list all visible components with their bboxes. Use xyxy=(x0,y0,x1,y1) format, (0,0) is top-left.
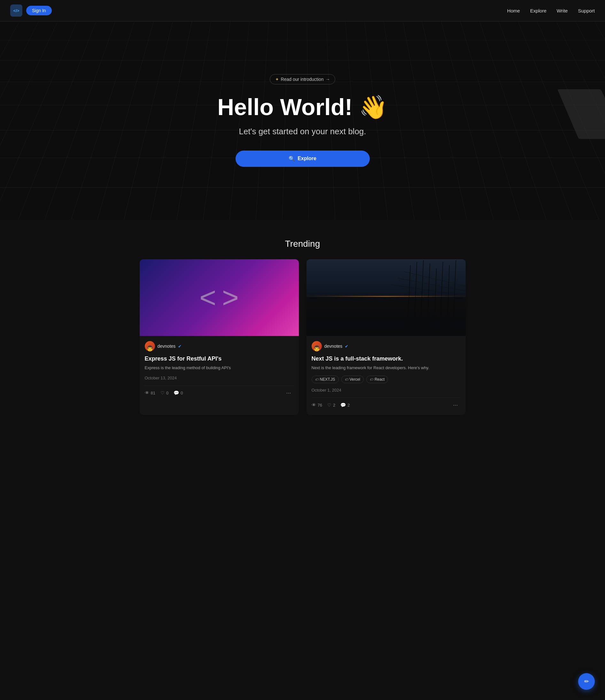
tag-vercel-label: Vercel xyxy=(350,377,360,382)
card-2-views-count: 76 xyxy=(318,403,322,407)
card-2-body: devnotes ✔ Next JS is a full-stack frame… xyxy=(306,336,465,415)
card-2-avatar xyxy=(311,341,322,351)
card-2-views: 👁 76 xyxy=(311,402,322,407)
navbar-left: </> Sign In xyxy=(10,4,52,17)
card-image-gradient: < > xyxy=(140,259,299,336)
left-bracket-icon: < xyxy=(199,283,217,312)
nav-link-support[interactable]: Support xyxy=(578,8,595,14)
card-2-comments: 💬 2 xyxy=(341,402,350,407)
card-2-description: Next is the leading framework for React … xyxy=(311,365,460,371)
likes-icon-2: ♡ xyxy=(327,402,331,407)
navbar-right: Home Explore Write Support xyxy=(507,8,595,14)
svg-rect-1 xyxy=(306,296,465,297)
card-1-title: Express JS for Restful API's xyxy=(145,355,294,362)
fab-write-icon: ✏ xyxy=(584,678,589,685)
card-2-author: devnotes ✔ xyxy=(311,341,460,351)
card-image-ocean xyxy=(306,259,465,336)
card-1-likes: ♡ 0 xyxy=(160,390,169,395)
search-icon: 🔍 xyxy=(288,156,295,162)
comments-icon-2: 💬 xyxy=(341,402,346,407)
card-2-likes-count: 2 xyxy=(333,403,335,407)
card-2-comments-count: 2 xyxy=(347,403,350,407)
nav-link-explore[interactable]: Explore xyxy=(530,8,547,14)
trending-section: Trending < > devnotes ✔ Express JS for R… xyxy=(0,220,605,428)
tag-icon-vercel: 🏷 xyxy=(345,377,348,381)
arrow-icon: → xyxy=(325,77,330,82)
code-brackets-graphic: < > xyxy=(199,283,239,312)
card-2-more-button[interactable]: ··· xyxy=(450,400,460,410)
code-icon: </> xyxy=(14,8,20,13)
card-2-footer: 👁 76 ♡ 2 💬 2 ··· xyxy=(311,398,460,410)
card-1-comments: 💬 0 xyxy=(174,390,183,395)
hero-grid-background xyxy=(0,21,605,220)
card-1-views: 👁 81 xyxy=(145,390,155,395)
tag-nextjs[interactable]: 🏷 NEXT.JS xyxy=(311,376,339,383)
hero-section: ✦ Read our introduction → Hello World! 👋… xyxy=(0,21,605,220)
likes-icon: ♡ xyxy=(160,390,165,395)
fab-write-button[interactable]: ✏ xyxy=(578,673,595,690)
card-2-tags: 🏷 NEXT.JS 🏷 Vercel 🏷 React xyxy=(311,376,460,383)
card-2-date: October 1, 2024 xyxy=(311,388,460,393)
card-2-stats: 👁 76 ♡ 2 💬 2 xyxy=(311,402,350,407)
card-1-comments-count: 0 xyxy=(181,391,183,395)
card-1-description: Express is the leading method of buildin… xyxy=(145,365,294,371)
nav-link-write[interactable]: Write xyxy=(557,8,568,14)
card-1-stats: 👁 81 ♡ 0 💬 0 xyxy=(145,390,183,395)
right-bracket-icon: > xyxy=(222,283,239,312)
card-2-author-name: devnotes xyxy=(324,344,343,349)
tag-icon-react: 🏷 xyxy=(370,377,373,381)
tag-icon-nextjs: 🏷 xyxy=(315,377,319,381)
trending-card-1[interactable]: < > devnotes ✔ Express JS for Restful AP… xyxy=(140,259,299,415)
card-2-likes: ♡ 2 xyxy=(327,402,335,407)
card-1-more-button[interactable]: ··· xyxy=(283,389,294,398)
cards-grid: < > devnotes ✔ Express JS for Restful AP… xyxy=(140,259,465,415)
signin-button[interactable]: Sign In xyxy=(26,6,52,15)
hero-subtitle: Let's get started on your next blog. xyxy=(239,127,366,136)
tag-react-label: React xyxy=(375,377,384,382)
svg-rect-0 xyxy=(306,259,465,336)
explore-button[interactable]: 🔍 Explore xyxy=(235,151,370,167)
tag-react[interactable]: 🏷 React xyxy=(366,376,388,383)
card-2-title: Next JS is a full-stack framework. xyxy=(311,355,460,362)
sparkle-icon: ✦ xyxy=(275,77,279,82)
tag-vercel[interactable]: 🏷 Vercel xyxy=(341,376,364,383)
code-icon-button[interactable]: </> xyxy=(10,4,22,17)
card-1-verified-icon: ✔ xyxy=(178,344,181,349)
card-1-avatar xyxy=(145,341,155,351)
card-1-author: devnotes ✔ xyxy=(145,341,294,351)
card-1-footer: 👁 81 ♡ 0 💬 0 ··· xyxy=(145,385,294,398)
explore-button-label: Explore xyxy=(298,156,317,161)
ocean-svg xyxy=(306,259,465,336)
card-1-body: devnotes ✔ Express JS for Restful API's … xyxy=(140,336,299,403)
comments-icon: 💬 xyxy=(174,390,179,395)
navbar: </> Sign In Home Explore Write Support xyxy=(0,0,605,21)
svg-rect-2 xyxy=(306,297,465,336)
trending-card-2[interactable]: devnotes ✔ Next JS is a full-stack frame… xyxy=(306,259,465,415)
views-icon-2: 👁 xyxy=(311,402,316,407)
tag-nextjs-label: NEXT.JS xyxy=(320,377,335,382)
intro-badge-text: Read our introduction xyxy=(281,77,324,82)
card-1-date: October 13, 2024 xyxy=(145,376,294,380)
card-1-author-name: devnotes xyxy=(157,344,176,349)
hero-title: Hello World! 👋 xyxy=(217,95,388,120)
intro-badge[interactable]: ✦ Read our introduction → xyxy=(270,74,335,84)
nav-link-home[interactable]: Home xyxy=(507,8,520,14)
trending-title: Trending xyxy=(10,239,595,249)
views-icon: 👁 xyxy=(145,390,149,395)
card-1-views-count: 81 xyxy=(151,391,155,395)
card-1-likes-count: 0 xyxy=(166,391,169,395)
card-2-verified-icon: ✔ xyxy=(345,344,348,349)
